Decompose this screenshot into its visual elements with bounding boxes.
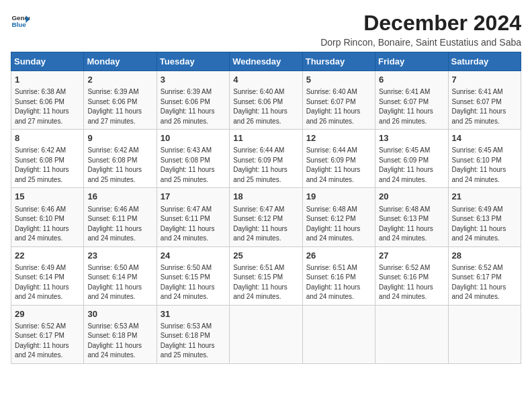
day-number: 21 xyxy=(452,191,517,203)
day-number: 31 xyxy=(161,308,226,320)
day-number: 28 xyxy=(452,250,517,262)
day-number: 30 xyxy=(87,308,152,320)
day-detail: Sunrise: 6:51 AMSunset: 6:16 PMDaylight:… xyxy=(306,263,371,302)
day-detail: Sunrise: 6:45 AMSunset: 6:10 PMDaylight:… xyxy=(452,146,517,185)
calendar-week-1: 1Sunrise: 6:38 AMSunset: 6:06 PMDaylight… xyxy=(11,71,521,130)
calendar-cell: 20Sunrise: 6:48 AMSunset: 6:13 PMDayligh… xyxy=(375,188,448,246)
day-number: 8 xyxy=(15,132,80,144)
day-number: 12 xyxy=(306,132,371,144)
calendar-cell xyxy=(375,305,448,363)
day-number: 26 xyxy=(306,250,371,262)
calendar-cell: 9Sunrise: 6:42 AMSunset: 6:08 PMDaylight… xyxy=(84,130,157,188)
calendar-table: Sunday Monday Tuesday Wednesday Thursday… xyxy=(11,52,521,364)
day-detail: Sunrise: 6:53 AMSunset: 6:18 PMDaylight:… xyxy=(161,322,226,361)
day-detail: Sunrise: 6:49 AMSunset: 6:14 PMDaylight:… xyxy=(15,263,80,302)
calendar-cell: 17Sunrise: 6:47 AMSunset: 6:11 PMDayligh… xyxy=(157,188,229,246)
day-number: 27 xyxy=(379,250,444,262)
day-detail: Sunrise: 6:47 AMSunset: 6:11 PMDaylight:… xyxy=(161,205,226,244)
header-area: General Blue December 2024 Dorp Rincon, … xyxy=(11,11,521,48)
calendar-week-2: 8Sunrise: 6:42 AMSunset: 6:08 PMDaylight… xyxy=(11,130,521,188)
main-title: December 2024 xyxy=(320,11,521,36)
day-detail: Sunrise: 6:45 AMSunset: 6:09 PMDaylight:… xyxy=(379,146,444,185)
day-number: 18 xyxy=(233,191,298,203)
day-number: 17 xyxy=(161,191,226,203)
col-saturday: Saturday xyxy=(448,52,521,71)
calendar-header-row: Sunday Monday Tuesday Wednesday Thursday… xyxy=(11,52,521,71)
day-detail: Sunrise: 6:44 AMSunset: 6:09 PMDaylight:… xyxy=(233,146,298,185)
calendar-cell: 24Sunrise: 6:50 AMSunset: 6:15 PMDayligh… xyxy=(157,246,229,305)
col-sunday: Sunday xyxy=(11,52,84,71)
day-number: 13 xyxy=(379,132,444,144)
day-number: 29 xyxy=(15,308,80,320)
calendar-cell: 28Sunrise: 6:52 AMSunset: 6:17 PMDayligh… xyxy=(448,246,521,305)
calendar-week-5: 29Sunrise: 6:52 AMSunset: 6:17 PMDayligh… xyxy=(11,305,521,363)
day-number: 4 xyxy=(233,74,298,86)
day-detail: Sunrise: 6:52 AMSunset: 6:17 PMDaylight:… xyxy=(15,322,80,361)
calendar-cell: 12Sunrise: 6:44 AMSunset: 6:09 PMDayligh… xyxy=(302,130,375,188)
calendar-cell: 8Sunrise: 6:42 AMSunset: 6:08 PMDaylight… xyxy=(11,130,84,188)
day-number: 3 xyxy=(161,74,226,86)
day-number: 16 xyxy=(87,191,152,203)
logo: General Blue xyxy=(11,11,30,30)
day-detail: Sunrise: 6:43 AMSunset: 6:08 PMDaylight:… xyxy=(161,146,226,185)
day-number: 2 xyxy=(87,74,152,86)
day-detail: Sunrise: 6:39 AMSunset: 6:06 PMDaylight:… xyxy=(161,87,226,126)
calendar-cell xyxy=(302,305,375,363)
day-number: 19 xyxy=(306,191,371,203)
day-detail: Sunrise: 6:50 AMSunset: 6:15 PMDaylight:… xyxy=(161,263,226,302)
svg-text:Blue: Blue xyxy=(11,21,26,28)
calendar-cell: 10Sunrise: 6:43 AMSunset: 6:08 PMDayligh… xyxy=(157,130,229,188)
day-detail: Sunrise: 6:50 AMSunset: 6:14 PMDaylight:… xyxy=(87,263,152,302)
col-friday: Friday xyxy=(375,52,448,71)
calendar-cell: 6Sunrise: 6:41 AMSunset: 6:07 PMDaylight… xyxy=(375,71,448,130)
calendar-cell: 4Sunrise: 6:40 AMSunset: 6:06 PMDaylight… xyxy=(230,71,302,130)
day-detail: Sunrise: 6:41 AMSunset: 6:07 PMDaylight:… xyxy=(379,87,444,126)
day-detail: Sunrise: 6:49 AMSunset: 6:13 PMDaylight:… xyxy=(452,205,517,244)
day-detail: Sunrise: 6:46 AMSunset: 6:11 PMDaylight:… xyxy=(87,205,152,244)
day-number: 6 xyxy=(379,74,444,86)
col-thursday: Thursday xyxy=(302,52,375,71)
day-number: 23 xyxy=(87,250,152,262)
calendar-week-4: 22Sunrise: 6:49 AMSunset: 6:14 PMDayligh… xyxy=(11,246,521,305)
day-number: 7 xyxy=(452,74,517,86)
day-detail: Sunrise: 6:42 AMSunset: 6:08 PMDaylight:… xyxy=(15,146,80,185)
calendar-cell: 21Sunrise: 6:49 AMSunset: 6:13 PMDayligh… xyxy=(448,188,521,246)
calendar-cell: 22Sunrise: 6:49 AMSunset: 6:14 PMDayligh… xyxy=(11,246,84,305)
calendar-cell: 14Sunrise: 6:45 AMSunset: 6:10 PMDayligh… xyxy=(448,130,521,188)
day-number: 24 xyxy=(161,250,226,262)
calendar-cell: 25Sunrise: 6:51 AMSunset: 6:15 PMDayligh… xyxy=(230,246,302,305)
calendar-cell: 29Sunrise: 6:52 AMSunset: 6:17 PMDayligh… xyxy=(11,305,84,363)
day-number: 10 xyxy=(161,132,226,144)
calendar-cell: 5Sunrise: 6:40 AMSunset: 6:07 PMDaylight… xyxy=(302,71,375,130)
day-detail: Sunrise: 6:41 AMSunset: 6:07 PMDaylight:… xyxy=(452,87,517,126)
calendar-cell: 13Sunrise: 6:45 AMSunset: 6:09 PMDayligh… xyxy=(375,130,448,188)
day-number: 25 xyxy=(233,250,298,262)
day-number: 9 xyxy=(87,132,152,144)
col-monday: Monday xyxy=(84,52,157,71)
day-number: 15 xyxy=(15,191,80,203)
day-detail: Sunrise: 6:53 AMSunset: 6:18 PMDaylight:… xyxy=(87,322,152,361)
calendar-cell: 18Sunrise: 6:47 AMSunset: 6:12 PMDayligh… xyxy=(230,188,302,246)
calendar-week-3: 15Sunrise: 6:46 AMSunset: 6:10 PMDayligh… xyxy=(11,188,521,246)
day-detail: Sunrise: 6:40 AMSunset: 6:06 PMDaylight:… xyxy=(233,87,298,126)
day-number: 14 xyxy=(452,132,517,144)
calendar-cell: 3Sunrise: 6:39 AMSunset: 6:06 PMDaylight… xyxy=(157,71,229,130)
day-detail: Sunrise: 6:42 AMSunset: 6:08 PMDaylight:… xyxy=(87,146,152,185)
calendar-cell: 7Sunrise: 6:41 AMSunset: 6:07 PMDaylight… xyxy=(448,71,521,130)
calendar-cell: 19Sunrise: 6:48 AMSunset: 6:12 PMDayligh… xyxy=(302,188,375,246)
calendar-cell: 23Sunrise: 6:50 AMSunset: 6:14 PMDayligh… xyxy=(84,246,157,305)
day-detail: Sunrise: 6:47 AMSunset: 6:12 PMDaylight:… xyxy=(233,205,298,244)
subtitle: Dorp Rincon, Bonaire, Saint Eustatius an… xyxy=(320,37,521,48)
day-detail: Sunrise: 6:48 AMSunset: 6:12 PMDaylight:… xyxy=(306,205,371,244)
day-detail: Sunrise: 6:40 AMSunset: 6:07 PMDaylight:… xyxy=(306,87,371,126)
col-wednesday: Wednesday xyxy=(230,52,302,71)
calendar-cell: 16Sunrise: 6:46 AMSunset: 6:11 PMDayligh… xyxy=(84,188,157,246)
calendar-cell: 26Sunrise: 6:51 AMSunset: 6:16 PMDayligh… xyxy=(302,246,375,305)
day-detail: Sunrise: 6:51 AMSunset: 6:15 PMDaylight:… xyxy=(233,263,298,302)
day-detail: Sunrise: 6:52 AMSunset: 6:17 PMDaylight:… xyxy=(452,263,517,302)
day-detail: Sunrise: 6:38 AMSunset: 6:06 PMDaylight:… xyxy=(15,87,80,126)
day-number: 11 xyxy=(233,132,298,144)
day-detail: Sunrise: 6:44 AMSunset: 6:09 PMDaylight:… xyxy=(306,146,371,185)
title-area: December 2024 Dorp Rincon, Bonaire, Sain… xyxy=(320,11,521,48)
calendar-cell: 27Sunrise: 6:52 AMSunset: 6:16 PMDayligh… xyxy=(375,246,448,305)
